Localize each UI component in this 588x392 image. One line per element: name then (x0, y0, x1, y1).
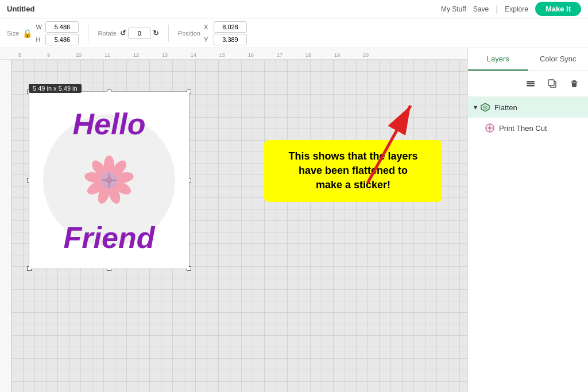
rotate-input[interactable] (128, 28, 151, 39)
canvas-area: 8 9 10 11 12 13 14 15 16 17 18 19 20 (0, 48, 467, 392)
app-title: Untitled (7, 5, 34, 13)
flatten-row[interactable]: ▾ Flatten (468, 97, 588, 118)
duplicate-icon-btn[interactable] (544, 76, 560, 92)
height-row: H (36, 34, 79, 45)
right-panel: Layers Color Sync (467, 48, 588, 392)
ruler-tick-9: 9 (47, 52, 50, 58)
print-then-cut-label: Print Then Cut (499, 124, 547, 133)
print-then-cut-row[interactable]: Print Then Cut (468, 118, 588, 138)
duplicate-icon (547, 79, 558, 89)
position-inputs: X Y (204, 21, 247, 45)
ruler-vertical (0, 60, 11, 392)
svg-rect-15 (527, 81, 535, 83)
svg-rect-16 (527, 83, 535, 85)
annotation: This shows that the layers have been fla… (218, 140, 459, 202)
panel-icons-row (468, 71, 588, 97)
height-input[interactable] (45, 34, 79, 45)
separator-1 (88, 25, 88, 42)
rotate-controls: ↺ ↻ (120, 28, 159, 39)
ruler-tick-17: 17 (277, 52, 283, 58)
canvas-scroll[interactable]: Hello (11, 60, 467, 392)
explore-link[interactable]: Explore (505, 5, 528, 13)
size-label: Size (7, 30, 19, 37)
ruler-tick-15: 15 (219, 52, 225, 58)
svg-marker-23 (483, 105, 488, 110)
tab-color-sync[interactable]: Color Sync (528, 48, 589, 71)
svg-rect-19 (548, 80, 554, 86)
ptc-icon-svg (485, 123, 495, 133)
ruler-tick-13: 13 (162, 52, 168, 58)
y-label: Y (204, 36, 212, 43)
delete-icon (569, 79, 579, 89)
svg-point-12 (107, 178, 112, 183)
rotate-ccw-icon[interactable]: ↺ (120, 29, 126, 37)
design-box-inner: Hello (29, 92, 189, 269)
ruler-tick-10: 10 (76, 52, 82, 58)
panel-tabs: Layers Color Sync (468, 48, 588, 71)
ruler-horizontal: 8 9 10 11 12 13 14 15 16 17 18 19 20 (0, 48, 467, 60)
ruler-tick-19: 19 (334, 52, 340, 58)
ruler-tick-18: 18 (305, 52, 311, 58)
tab-layers[interactable]: Layers (468, 48, 528, 71)
friend-text: Friend (64, 223, 155, 253)
save-link[interactable]: Save (473, 5, 489, 13)
w-label: W (36, 24, 44, 30)
width-input[interactable] (45, 21, 79, 33)
h-label: H (36, 36, 44, 43)
ruler-tick-14: 14 (191, 52, 196, 58)
flatten-icon-svg (480, 102, 490, 112)
top-bar: Untitled My Stuff Save | Explore Make It (0, 0, 588, 18)
top-bar-right: My Stuff Save | Explore Make It (441, 2, 581, 16)
flatten-layer-icon (479, 102, 491, 113)
rotate-label: Rotate (98, 30, 116, 37)
hello-text: Hello (72, 109, 145, 139)
main-layout: 8 9 10 11 12 13 14 15 16 17 18 19 20 (0, 48, 588, 392)
delete-icon-btn[interactable] (566, 76, 582, 92)
ruler-h-inner: 8 9 10 11 12 13 14 15 16 17 18 19 20 (11, 48, 467, 59)
print-then-cut-icon (484, 122, 496, 134)
width-row: W (36, 21, 79, 33)
ruler-tick-8: 8 (18, 52, 21, 58)
annotation-bubble: This shows that the layers have been fla… (264, 140, 442, 202)
my-stuff-link[interactable]: My Stuff (441, 5, 466, 13)
make-it-button[interactable]: Make It (535, 2, 581, 16)
position-group: Position X Y (178, 21, 247, 45)
flower-svg (83, 154, 135, 206)
position-label: Position (178, 30, 200, 37)
rotate-cw-icon[interactable]: ↻ (153, 29, 159, 37)
separator-2 (168, 25, 169, 42)
canvas-with-vruler: Hello (0, 60, 467, 392)
toolbar: Size 🔒 W H Rotate ↺ ↻ Position X (0, 18, 588, 48)
y-row: Y (204, 34, 247, 45)
flower-container (83, 154, 135, 206)
ruler-tick-16: 16 (248, 52, 254, 58)
y-input[interactable] (214, 34, 247, 45)
flatten-label: Flatten (494, 103, 517, 112)
x-input[interactable] (214, 21, 247, 33)
design-box[interactable]: Hello (29, 91, 189, 269)
svg-rect-20 (572, 80, 576, 81)
ruler-tick-20: 20 (363, 52, 369, 58)
dimension-label: 5.49 in x 5.49 in (29, 84, 82, 93)
rotate-group: Rotate ↺ ↻ (98, 28, 158, 39)
separator: | (496, 4, 498, 14)
svg-rect-21 (571, 81, 578, 83)
canvas-inner: Hello (11, 60, 467, 392)
x-label: X (204, 24, 212, 30)
flatten-chevron-icon: ▾ (474, 103, 477, 111)
ruler-tick-11: 11 (105, 52, 110, 58)
layers-icon (525, 79, 536, 89)
x-row: X (204, 21, 247, 33)
lock-icon[interactable]: 🔒 (22, 29, 32, 38)
size-group: Size 🔒 W H (7, 21, 79, 45)
svg-rect-17 (527, 85, 535, 87)
size-inputs: W H (36, 21, 79, 45)
ruler-tick-12: 12 (133, 52, 139, 58)
layers-icon-btn[interactable] (523, 76, 539, 92)
